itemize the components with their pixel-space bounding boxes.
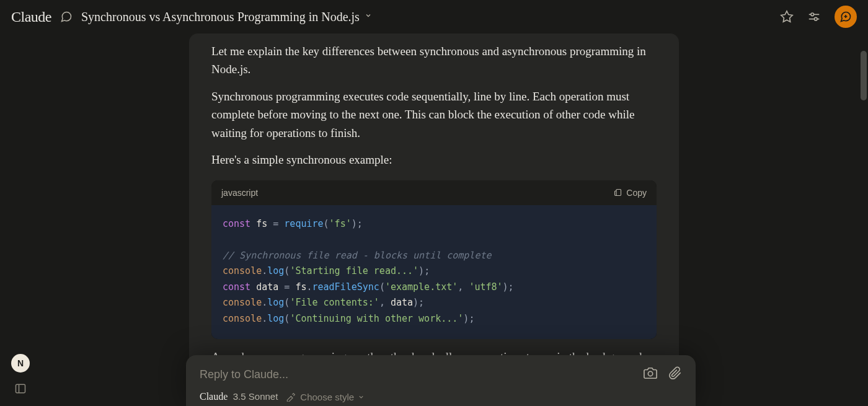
paragraph: Synchronous programming executes code se… xyxy=(211,87,657,142)
code-token: . xyxy=(306,281,312,293)
code-token: console xyxy=(223,265,262,276)
input-attachments xyxy=(644,366,682,382)
sidebar-toggle-icon[interactable] xyxy=(14,382,27,397)
user-avatar[interactable]: N xyxy=(11,354,30,373)
svg-point-4 xyxy=(814,17,817,20)
conversation-scroll[interactable]: Let me explain the key differences betwe… xyxy=(0,33,868,406)
clipboard-icon xyxy=(613,188,622,197)
header: Claude Synchronous vs Asynchronous Progr… xyxy=(0,0,868,33)
paragraph: Let me explain the key differences betwe… xyxy=(211,33,657,79)
conversation-title[interactable]: Synchronous vs Asynchronous Programming … xyxy=(81,10,372,24)
svg-rect-9 xyxy=(16,384,25,392)
code-token: fs xyxy=(295,281,306,293)
style-button[interactable]: Choose style xyxy=(286,392,365,402)
code-token: = xyxy=(284,281,290,293)
code-token: 'Starting file read...' xyxy=(290,265,418,276)
model-name: Claude xyxy=(200,391,228,402)
model-version: 3.5 Sonnet xyxy=(233,391,278,402)
star-icon[interactable] xyxy=(780,10,794,24)
code-token: . xyxy=(262,297,267,308)
code-token: . xyxy=(262,313,267,324)
svg-point-8 xyxy=(648,371,652,376)
chevron-down-icon xyxy=(358,394,365,400)
code-token: , xyxy=(379,297,385,308)
code-token: log xyxy=(267,313,284,324)
code-token: readFileSync xyxy=(312,281,379,293)
copy-label: Copy xyxy=(626,188,647,198)
code-token: console xyxy=(223,313,262,324)
input-dock: Reply to Claude... Claude 3.5 Sonnet Cho… xyxy=(186,355,696,406)
code-token: 'example.txt' xyxy=(385,281,458,293)
svg-rect-7 xyxy=(616,190,621,196)
logo[interactable]: Claude xyxy=(11,9,51,25)
new-chat-button[interactable] xyxy=(835,6,857,28)
model-picker[interactable]: Claude 3.5 Sonnet xyxy=(200,391,278,402)
svg-point-3 xyxy=(811,13,814,16)
code-token: // Synchronous file read - blocks until … xyxy=(223,250,491,261)
code-header: javascript Copy xyxy=(211,180,657,205)
code-token: ) xyxy=(503,281,508,293)
input-meta-row: Claude 3.5 Sonnet Choose style xyxy=(200,391,682,402)
code-token: 'Continuing with other work...' xyxy=(290,313,463,324)
code-token: ) xyxy=(352,218,357,229)
settings-sliders-icon[interactable] xyxy=(807,10,821,24)
code-token: log xyxy=(267,297,284,308)
code-token: = xyxy=(273,218,278,229)
code-token: ; xyxy=(418,297,424,308)
chat-icon xyxy=(60,11,73,23)
svg-marker-0 xyxy=(781,11,792,22)
code-token: 'fs' xyxy=(329,218,352,229)
copy-button[interactable]: Copy xyxy=(613,188,647,198)
scrollbar-thumb[interactable] xyxy=(861,51,867,100)
paragraph: Here's a simple synchronous example: xyxy=(211,151,657,169)
code-token: fs xyxy=(256,218,267,229)
code-token: ) xyxy=(418,265,424,276)
code-token: , xyxy=(458,281,463,293)
code-block: javascript Copy const fs = require('fs')… xyxy=(211,180,657,340)
code-token: 'utf8' xyxy=(469,281,502,293)
code-token: console xyxy=(223,297,262,308)
reply-input[interactable]: Reply to Claude... xyxy=(200,368,288,381)
code-token: 'File contents:' xyxy=(290,297,379,308)
code-token: ( xyxy=(324,218,329,229)
header-left: Claude Synchronous vs Asynchronous Progr… xyxy=(11,9,372,25)
assistant-message: Let me explain the key differences betwe… xyxy=(189,33,679,406)
code-token: ; xyxy=(424,265,430,276)
code-token: ; xyxy=(357,218,363,229)
code-token: ( xyxy=(379,281,385,293)
title-text: Synchronous vs Asynchronous Programming … xyxy=(81,10,360,24)
code-token: ; xyxy=(508,281,514,293)
paperclip-icon[interactable] xyxy=(668,366,682,382)
code-token: ) xyxy=(413,297,418,308)
code-body: const fs = require('fs'); // Synchronous… xyxy=(211,205,657,340)
input-main-row: Reply to Claude... xyxy=(200,366,682,382)
code-token: log xyxy=(267,265,284,276)
style-label: Choose style xyxy=(300,392,354,402)
header-right xyxy=(780,6,857,28)
left-bottom-stack: N xyxy=(11,354,30,397)
code-token: require xyxy=(284,218,323,229)
code-token: . xyxy=(262,265,267,276)
code-token: ; xyxy=(469,313,474,324)
code-token: const xyxy=(223,281,250,293)
code-token: data xyxy=(256,281,278,293)
code-token: const xyxy=(223,218,250,229)
chevron-down-icon xyxy=(365,12,372,22)
code-token: data xyxy=(391,297,413,308)
palette-icon xyxy=(286,392,296,402)
camera-icon[interactable] xyxy=(644,366,657,382)
code-lang-label: javascript xyxy=(221,188,258,198)
